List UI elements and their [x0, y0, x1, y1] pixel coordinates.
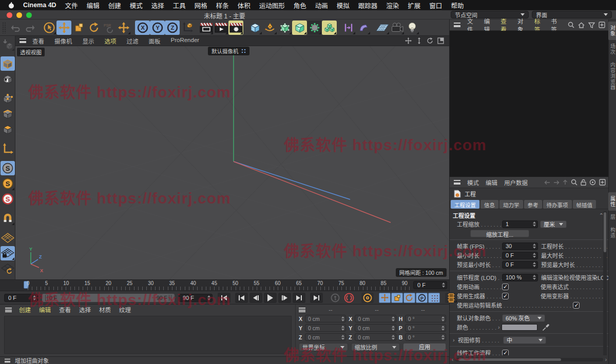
stepper-icon[interactable]: [441, 282, 446, 288]
menubar-item-16[interactable]: 窗口: [429, 1, 442, 10]
bend-deformer-button[interactable]: [356, 21, 371, 35]
spline-pen-button[interactable]: [262, 21, 277, 35]
floor-button[interactable]: [375, 21, 390, 35]
move-tool-button[interactable]: [56, 21, 71, 35]
undo-button[interactable]: [8, 21, 23, 35]
generator-button[interactable]: [292, 21, 307, 35]
material-menu-item-0[interactable]: 创建: [19, 306, 31, 314]
play-button[interactable]: [264, 293, 277, 303]
default-color-select[interactable]: 60% 灰色: [502, 314, 545, 322]
edge-mode-button[interactable]: [1, 107, 15, 121]
material-menu-icon[interactable]: [5, 308, 12, 312]
psr-tool-button[interactable]: PSR: [101, 21, 116, 35]
menubar-item-8[interactable]: 体积: [238, 1, 251, 10]
menubar-item-14[interactable]: 渲染: [386, 1, 399, 10]
rotate-view-icon[interactable]: [427, 37, 433, 44]
material-menu-item-4[interactable]: 材质: [99, 306, 111, 314]
live-selection-button[interactable]: [42, 21, 56, 35]
timeline-mode-button[interactable]: [445, 293, 457, 303]
attr-menu-item-1[interactable]: 编辑: [486, 178, 497, 187]
side-tab-1[interactable]: 层: [608, 211, 616, 224]
side-tab-0[interactable]: 属性: [608, 192, 616, 211]
camera-button[interactable]: [390, 21, 405, 35]
apply-button[interactable]: 应用: [403, 343, 446, 351]
lock-workplane-button[interactable]: [1, 246, 15, 260]
menubar-item-5[interactable]: 工具: [173, 1, 186, 10]
apple-icon[interactable]: [8, 2, 14, 9]
side-tab-2[interactable]: 构造: [608, 224, 616, 242]
attr-tab-5[interactable]: 帧插值: [573, 200, 596, 209]
viewport-menu-icon[interactable]: [20, 38, 26, 43]
current-frame-spinner[interactable]: 0 F: [413, 281, 447, 289]
coordinates-menu-icon[interactable]: [299, 308, 305, 312]
camera-label[interactable]: 默认摄像机: [208, 47, 249, 55]
end-frame-field[interactable]: 90 F: [179, 294, 213, 302]
project-scale-input[interactable]: 1: [502, 220, 538, 228]
keyframe-selection-button[interactable]: [428, 293, 440, 303]
size-z-field[interactable]: 0 cm: [355, 333, 396, 341]
subdivision-surface-button[interactable]: [277, 21, 292, 35]
toolbar-grip[interactable]: [2, 22, 6, 33]
stepper-icon[interactable]: [532, 243, 536, 249]
new-panel-icon[interactable]: [599, 179, 606, 186]
attr-tab-3[interactable]: 参考: [524, 200, 542, 209]
key-scale-button[interactable]: [391, 293, 403, 303]
current-frame-field[interactable]: 0 F: [4, 294, 38, 302]
toggle-views-icon[interactable]: [437, 37, 444, 44]
key-position-button[interactable]: [379, 293, 391, 303]
viewport-menu-item-6[interactable]: ProRender: [171, 37, 200, 45]
point-mode-button[interactable]: [1, 91, 15, 106]
filter-icon[interactable]: [588, 22, 595, 28]
attr-menu-item-0[interactable]: 模式: [467, 178, 479, 187]
menubar-item-12[interactable]: 模拟: [337, 1, 350, 10]
frame-range-slider[interactable]: 0 F 90 F: [42, 294, 175, 302]
record-active-objects-button[interactable]: [343, 293, 355, 303]
rotate-tool-button[interactable]: [86, 21, 101, 35]
goto-end-button[interactable]: [310, 293, 323, 303]
material-menu-item-2[interactable]: 查看: [59, 306, 71, 314]
preview-min-input[interactable]: 0 F: [502, 261, 538, 269]
object-manager-menu-icon[interactable]: [454, 23, 460, 27]
scroll-right-icon[interactable]: ›: [605, 357, 607, 362]
previous-frame-button[interactable]: [249, 293, 262, 303]
scale-mode-select[interactable]: 缩放比例: [351, 343, 400, 351]
up-arrow-icon[interactable]: [563, 179, 568, 185]
lock-icon[interactable]: [581, 179, 586, 186]
target-icon[interactable]: [589, 179, 596, 186]
viewport-menu-item-2[interactable]: 显示: [83, 37, 94, 45]
search-icon[interactable]: [571, 179, 578, 186]
redo-button[interactable]: [23, 21, 37, 35]
snap-settings-button[interactable]: S: [1, 176, 15, 191]
range-end-handle[interactable]: [169, 295, 171, 301]
zoom-view-icon[interactable]: [416, 37, 422, 44]
lod-input[interactable]: 100 %: [502, 274, 538, 281]
model-mode-button[interactable]: [1, 56, 15, 71]
use-animation-checkbox[interactable]: [502, 284, 509, 290]
workplane-button[interactable]: [1, 231, 15, 245]
pos-y-field[interactable]: 0 cm: [305, 324, 346, 332]
attr-tab-4[interactable]: 待办事项: [543, 200, 572, 209]
use-motion-checkbox[interactable]: [573, 302, 580, 309]
viewport-menu-item-1[interactable]: 摄像机: [54, 37, 72, 45]
next-key-button[interactable]: [293, 293, 305, 303]
side-tab-0[interactable]: 对象: [608, 22, 616, 40]
view-label[interactable]: 透视视图: [17, 48, 45, 56]
material-menu-item-3[interactable]: 选择: [79, 306, 91, 314]
coordinate-space-select[interactable]: 世界坐标: [299, 343, 348, 351]
key-parameter-button[interactable]: P: [416, 293, 428, 303]
scale-tool-button[interactable]: [71, 21, 86, 35]
enable-snap-button[interactable]: S: [1, 161, 15, 175]
autokey-button[interactable]: [361, 293, 374, 303]
deformer-button[interactable]: [307, 21, 322, 35]
min-time-input[interactable]: 0 F: [502, 252, 538, 259]
light-button[interactable]: [405, 21, 419, 35]
viewport-menu-item-0[interactable]: 查看: [32, 37, 44, 45]
menubar-item-4[interactable]: 选择: [151, 1, 164, 10]
stepper-icon[interactable]: [532, 274, 536, 280]
pos-z-field[interactable]: 0 cm: [305, 333, 346, 341]
viewport[interactable]: 查看摄像机显示选项过滤面板ProRender Y Z: [15, 36, 449, 279]
stepper-icon[interactable]: [532, 221, 536, 227]
viewport-menu-item-3[interactable]: 选项: [105, 37, 117, 45]
attr-tab-1[interactable]: 信息: [480, 200, 498, 209]
reset-workplane-button[interactable]: [1, 261, 15, 276]
